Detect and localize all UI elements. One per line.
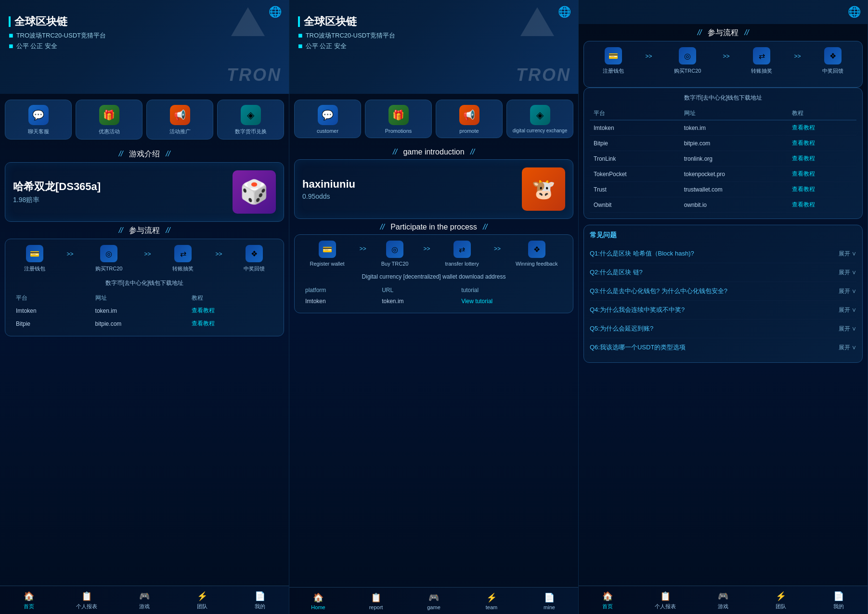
game-icon-2: 🎮 — [428, 592, 439, 603]
participation-section-3: 数字币[去中心化]钱包下载地址 平台 网址 教程 Imtoken token.i… — [583, 88, 863, 219]
arrow-p2-1: >> — [360, 245, 366, 252]
steps-row-3: 💳 注册钱包 >> ◎ 购买TRC20 >> ⇄ 转账抽奖 >> ❖ 中奖回馈 — [592, 47, 855, 75]
arrow-p2-2: >> — [423, 245, 430, 252]
game-name-2: haxiniuniu — [302, 178, 355, 191]
action-promotions[interactable]: 🎁 Promotions — [365, 100, 432, 138]
game-card-2[interactable]: haxiniuniu 0.95odds 🐮 — [294, 159, 573, 219]
bottom-nav-2: 🏠 Home 📋 report 🎮 game ⚡ team 📄 mine — [289, 587, 578, 614]
step-p3-3: ⇄ 转账抽奖 — [751, 47, 772, 75]
faq-item-5[interactable]: Q5:为什么会延迟到账? 展开 ∨ — [590, 320, 856, 338]
th-platform-3: 平台 — [590, 107, 680, 120]
table-row: Bitpie bitpie.com 查看教程 — [13, 317, 276, 330]
bottom-nav-1: 🏠 首页 📋 个人报表 🎮 游戏 ⚡ 团队 📄 我的 — [0, 586, 289, 614]
arrow-p3-1: >> — [646, 53, 652, 60]
activity-icon: 📢 — [170, 105, 190, 125]
nav-team-1[interactable]: ⚡ 团队 — [173, 589, 231, 612]
team-icon-1: ⚡ — [197, 591, 207, 601]
game-card-1[interactable]: 哈希双龙[DS365a] 1.98赔率 🎲 — [5, 162, 284, 222]
arrow-1: >> — [67, 251, 74, 257]
home-icon-3: 🏠 — [602, 591, 613, 601]
step-p2-1: 💳 Register wallet — [310, 241, 345, 267]
process-title-1: 参与流程 — [0, 222, 289, 239]
game-section-1: 哈希双龙[DS365a] 1.98赔率 🎲 — [0, 162, 289, 222]
nav-report-3[interactable]: 📋 个人报表 — [636, 589, 694, 612]
customer-icon: 💬 — [318, 105, 338, 125]
banner-title-2: 全球区块链 — [298, 14, 357, 29]
game-title-2: game introduction — [289, 144, 578, 159]
action-promo[interactable]: 🎁 优惠活动 — [76, 100, 143, 140]
banner-3-partial: 🌐 — [579, 0, 868, 24]
faq-item-6[interactable]: Q6:我该选哪一个USDT的类型选项 展开 ∨ — [590, 338, 856, 357]
step-icon-4: ❖ — [246, 245, 263, 262]
wallet-subtitle-3: 数字币[去中心化]钱包下载地址 — [590, 94, 856, 102]
nav-game-3[interactable]: 🎮 游戏 — [694, 589, 752, 612]
nav-home-2[interactable]: 🏠 Home — [289, 590, 347, 612]
nav-team-2[interactable]: ⚡ team — [463, 590, 520, 612]
nav-game-1[interactable]: 🎮 游戏 — [116, 589, 173, 612]
nav-team-3[interactable]: ⚡ 团队 — [752, 589, 810, 612]
game-info-1: 哈希双龙[DS365a] 1.98赔率 — [13, 179, 101, 205]
table-row: Imtoken token.im View tutorial — [302, 295, 565, 307]
step-icon-1: 💳 — [26, 245, 43, 262]
nav-mine-3[interactable]: 📄 我的 — [810, 589, 868, 612]
process-steps-3: 💳 注册钱包 >> ◎ 购买TRC20 >> ⇄ 转账抽奖 >> ❖ 中奖回馈 — [583, 41, 863, 88]
tron-text-2: TRON — [516, 65, 571, 85]
action-customer[interactable]: 💬 customer — [294, 100, 361, 138]
nav-game-2[interactable]: 🎮 game — [405, 590, 463, 612]
arrow-3: >> — [215, 251, 222, 257]
table-row: Ownbit ownbit.io 查看教程 — [590, 197, 856, 213]
action-chat[interactable]: 💬 聊天客服 — [5, 100, 72, 140]
faq-item-2[interactable]: Q2:什么是区块 链? 展开 ∨ — [590, 263, 856, 282]
game-odds-1: 1.98赔率 — [13, 196, 101, 205]
tron-triangle-1 — [231, 7, 265, 36]
nav-home-1[interactable]: 🏠 首页 — [0, 589, 58, 612]
step-p3-4: ❖ 中奖回馈 — [822, 47, 843, 75]
col-url-1: 网址 — [92, 292, 189, 304]
wallet-table-2: platform URL tutorial Imtoken token.im V… — [302, 285, 565, 307]
quick-actions-2: 💬 customer 🎁 Promotions 📢 promote ◈ digi… — [289, 94, 578, 144]
col-url-2: URL — [379, 285, 458, 295]
table-row: TokenPocket tokenpocket.pro 查看教程 — [590, 166, 856, 182]
faq-item-1[interactable]: Q1:什么是区块 哈希值（Block hash)? 展开 ∨ — [590, 244, 856, 263]
action-promote[interactable]: 📢 promote — [436, 100, 503, 138]
action-activity[interactable]: 📢 活动推广 — [146, 100, 213, 140]
banner-2: 🌐 全球区块链 ■ TRO波场TRC20-USDT竞猜平台 ■ 公平 公正 安全… — [289, 0, 578, 94]
nav-mine-1[interactable]: 📄 我的 — [231, 589, 289, 612]
steps-row-2: 💳 Register wallet >> ◎ Buy TRC20 >> ⇄ tr… — [302, 241, 565, 267]
col-platform-1: 平台 — [13, 292, 92, 304]
faq-item-4[interactable]: Q4:为什么我会连续中奖或不中奖? 展开 ∨ — [590, 301, 856, 320]
game-title-1: 游戏介绍 — [0, 145, 289, 162]
process-steps-2: 💳 Register wallet >> ◎ Buy TRC20 >> ⇄ tr… — [294, 234, 573, 313]
step-p2-icon-1: 💳 — [319, 241, 336, 258]
action-digital[interactable]: ◈ 数字货币兑换 — [217, 100, 284, 140]
game-thumb-1: 🎲 — [233, 170, 276, 214]
promotions-icon: 🎁 — [389, 105, 409, 125]
title-bar-2 — [298, 16, 300, 27]
nav-report-2[interactable]: 📋 report — [347, 590, 405, 612]
banner-1: 🌐 全球区块链 ■ TRO波场TRC20-USDT竞猜平台 ■ 公平 公正 安全… — [0, 0, 289, 94]
nav-mine-2[interactable]: 📄 mine — [520, 590, 578, 612]
digital-icon: ◈ — [241, 105, 261, 125]
step-p2-4: ❖ Winning feedback — [516, 241, 557, 267]
process-steps-1: 💳 注册钱包 >> ◎ 购买TRC20 >> ⇄ 转账抽奖 >> ❖ 中奖回馈 — [5, 239, 284, 336]
arrow-p3-3: >> — [794, 53, 801, 60]
step-p3-2: ◎ 购买TRC20 — [674, 47, 701, 75]
digital-icon-2: ◈ — [530, 105, 550, 125]
report-icon-3: 📋 — [660, 591, 671, 601]
chat-icon: 💬 — [28, 105, 49, 125]
faq-item-3[interactable]: Q3:什么是去中心化钱包? 为什么中心化钱包安全? 展开 ∨ — [590, 282, 856, 301]
nav-home-3[interactable]: 🏠 首页 — [579, 589, 636, 612]
step-p3-icon-4: ❖ — [824, 47, 842, 64]
action-digital-2[interactable]: ◈ digital currency exchange — [506, 100, 573, 138]
col-platform-2: platform — [302, 285, 379, 295]
process-title-3: 参与流程 — [579, 24, 868, 41]
process-section-1: 💳 注册钱包 >> ◎ 购买TRC20 >> ⇄ 转账抽奖 >> ❖ 中奖回馈 — [0, 239, 289, 336]
report-icon-1: 📋 — [81, 591, 92, 601]
nav-report-1[interactable]: 📋 个人报表 — [58, 589, 116, 612]
panel-2: 🌐 全球区块链 ■ TRO波场TRC20-USDT竞猜平台 ■ 公平 公正 安全… — [289, 0, 579, 614]
tron-text-1: TRON — [227, 65, 282, 85]
step-1: 💳 注册钱包 — [24, 245, 45, 272]
step-p3-1: 💳 注册钱包 — [603, 47, 624, 75]
step-icon-2: ◎ — [100, 245, 117, 262]
panel-1: 🌐 全球区块链 ■ TRO波场TRC20-USDT竞猜平台 ■ 公平 公正 安全… — [0, 0, 289, 614]
